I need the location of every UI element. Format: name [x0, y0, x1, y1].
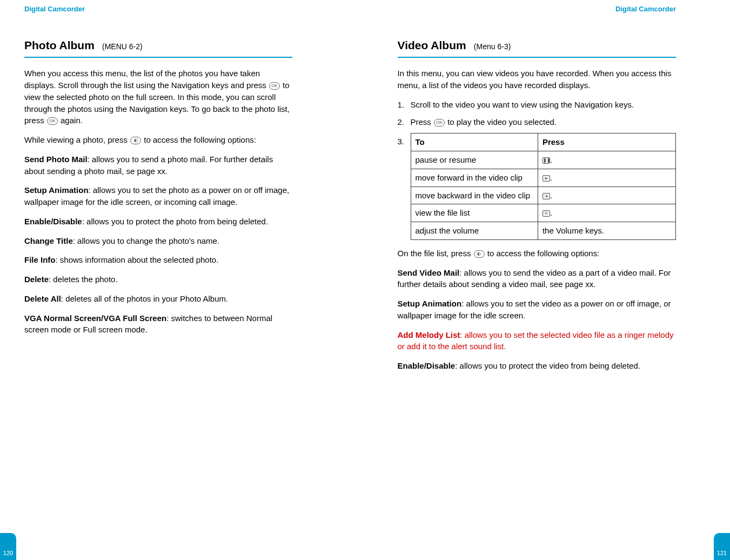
opt-change-title: Change Title: allows you to change the p… [24, 235, 292, 247]
opt-title: Send Video Mail [398, 268, 460, 277]
opt-delete-all: Delete All: deletes all of the photos in… [24, 293, 292, 305]
ok-key-icon: OK [47, 117, 58, 125]
opt-desc: : deletes the photo. [49, 275, 118, 284]
opt-add-melody-list: Add Melody List: allows you to set the s… [398, 329, 677, 353]
cell-press: ≡. [538, 204, 675, 222]
opt-desc: : deletes all of the photos in your Phot… [61, 294, 228, 303]
step-2-num: 2. [398, 116, 411, 128]
cell-press: ❚❚. [538, 151, 675, 169]
controls-table: To Press pause or resume ❚❚. move forwar… [411, 133, 677, 240]
press-after: . [550, 191, 552, 200]
header-right: Digital Camcorder [398, 4, 677, 15]
soft-key-icon: ◐ [474, 250, 485, 258]
press-after: . [550, 208, 552, 217]
cell-press: ◂. [538, 186, 675, 204]
opt-vga-screen: VGA Normal Screen/VGA Full Screen: switc… [24, 312, 292, 336]
intro2b: to access the following options: [144, 135, 256, 144]
table-row: move backward in the video clip ◂. [411, 186, 676, 204]
table-row: pause or resume ❚❚. [411, 151, 676, 169]
intro-paragraph-1: When you access this menu, the list of t… [24, 68, 292, 126]
opt-file-info: File Info: shows information about the s… [24, 254, 292, 266]
cell-to: view the file list [411, 204, 538, 222]
step-2-text: Press OK to play the video you selected. [411, 116, 677, 128]
title-menu-6-2: (MENU 6-2) [102, 42, 143, 51]
intro-video: In this menu, you can view videos you ha… [398, 68, 677, 91]
page-left: Digital Camcorder Photo Album (MENU 6-2)… [0, 0, 365, 560]
table-row: move forward in the video clip ▸. [411, 169, 676, 186]
after-table-a: On the file list, press [398, 249, 473, 258]
opt-send-photo-mail: Send Photo Mail: allows you to send a ph… [24, 154, 292, 177]
opt-title: Enable/Disable [398, 361, 456, 370]
step-1: 1. Scroll to the video you want to view … [398, 99, 677, 111]
step-2: 2. Press OK to play the video you select… [398, 116, 677, 128]
opt-title: Setup Animation [24, 185, 89, 195]
intro1c: again. [61, 116, 83, 125]
pause-resume-key-icon: ❚❚ [543, 157, 550, 164]
press-after: . [550, 155, 552, 164]
opt-delete: Delete: deletes the photo. [24, 274, 292, 285]
cell-to: pause or resume [411, 151, 538, 169]
step-3-num: 3. [398, 133, 411, 248]
opt-title: Send Photo Mail [24, 155, 88, 164]
title-row-left: Photo Album (MENU 6-2) [24, 37, 292, 58]
intro1a: When you access this menu, the list of t… [24, 69, 269, 90]
table-header-row: To Press [411, 134, 676, 151]
intro-paragraph-2: While viewing a photo, press ◐ to access… [24, 134, 292, 146]
opt-title: Change Title [24, 236, 73, 245]
opt-desc: : allows you to change the photo's name. [73, 236, 219, 245]
cell-press: ▸. [538, 169, 675, 186]
opt-title: Delete All [24, 294, 61, 303]
cell-to: move backward in the video clip [411, 186, 538, 204]
opt-send-video-mail: Send Video Mail: allows you to send the … [398, 267, 677, 291]
cell-to: adjust the volume [411, 222, 538, 240]
backward-key-icon: ◂ [543, 193, 550, 199]
step2a: Press [411, 117, 434, 126]
th-press: Press [538, 134, 675, 151]
opt-desc: : allows you to protect the video from b… [455, 361, 640, 370]
opt-title: VGA Normal Screen/VGA Full Screen [24, 314, 166, 323]
opt-setup-animation-video: Setup Animation: allows you to set the v… [398, 298, 677, 322]
table-row: adjust the volume the Volume keys. [411, 222, 676, 240]
after-table-paragraph: On the file list, press ◐ to access the … [398, 248, 677, 259]
page-number-left: 120 [0, 533, 16, 560]
ok-key-icon: OK [434, 119, 445, 126]
opt-enable-disable-video: Enable/Disable: allows you to protect th… [398, 360, 677, 372]
opt-setup-animation: Setup Animation: allows you to set the p… [24, 184, 292, 208]
opt-enable-disable: Enable/Disable: allows you to protect th… [24, 216, 292, 228]
cell-to: move forward in the video clip [411, 169, 538, 186]
opt-title: Add Melody List [398, 330, 460, 339]
opt-title: Delete [24, 275, 49, 284]
opt-title: Setup Animation [398, 299, 462, 308]
opt-title: File Info [24, 255, 56, 264]
table-row: view the file list ≡. [411, 204, 676, 222]
opt-desc: : shows information about the selected p… [56, 255, 219, 264]
intro2a: While viewing a photo, press [24, 135, 130, 144]
opt-desc: : allows you to protect the photo from b… [82, 217, 268, 226]
list-key-icon: ≡ [543, 210, 550, 217]
ok-key-icon: OK [269, 82, 280, 90]
title-video-album: Video Album [398, 39, 466, 51]
step-1-text: Scroll to the video you want to view usi… [411, 99, 677, 111]
th-to: To [411, 134, 538, 151]
page-number-right: 121 [714, 533, 730, 560]
press-after: . [550, 173, 552, 182]
title-photo-album: Photo Album [24, 39, 95, 51]
page-right: Digital Camcorder Video Album (Menu 6-3)… [365, 0, 731, 560]
soft-key-icon: ◐ [130, 137, 141, 144]
title-row-right: Video Album (Menu 6-3) [398, 37, 677, 58]
forward-key-icon: ▸ [543, 175, 550, 182]
step-3-table-wrap: 3. To Press pause or resume ❚❚. move for… [398, 133, 677, 248]
cell-press: the Volume keys. [538, 222, 675, 240]
step-1-num: 1. [398, 99, 411, 111]
opt-title: Enable/Disable [24, 217, 82, 226]
header-left: Digital Camcorder [24, 4, 292, 15]
title-menu-6-3: (Menu 6-3) [474, 42, 511, 51]
after-table-b: to access the following options: [487, 249, 600, 258]
step2b: to play the video you selected. [447, 117, 557, 126]
